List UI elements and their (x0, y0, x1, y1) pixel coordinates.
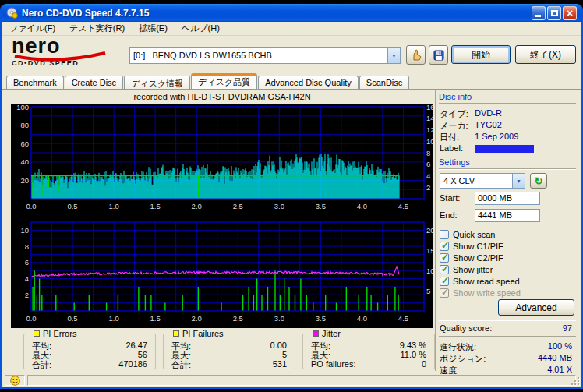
show-c2-pif-checkbox[interactable] (440, 253, 449, 263)
speed-select[interactable]: 4 X CLV ▼ (440, 173, 525, 189)
statbox-title-text: PI Errors (43, 329, 76, 338)
checkbox-label: Show write speed (453, 288, 521, 298)
window-title: Nero CD-DVD Speed 4.7.7.15 (22, 8, 530, 19)
stat-row: PO failures: 0 (311, 359, 426, 369)
save-results-button[interactable] (429, 45, 448, 65)
checkbox-label: Show read speed (453, 277, 520, 286)
app-icon (6, 7, 18, 19)
menu-item-help[interactable]: ヘルプ(H) (175, 22, 227, 36)
tab-benchmark[interactable]: Benchmark (6, 76, 64, 89)
chevron-down-icon[interactable]: ▼ (387, 48, 400, 63)
exit-button-label: 終了(X) (530, 48, 561, 62)
end-field[interactable]: 4441 MB (475, 209, 540, 222)
close-button[interactable]: × (563, 6, 577, 20)
menu-item-run-test[interactable]: テスト実行(R) (62, 22, 132, 36)
legend-square-icon (34, 330, 40, 337)
checkbox-label: Show C2/PIF (453, 253, 504, 263)
tab-disc-quality[interactable]: ディスク品質 (191, 73, 257, 89)
tab-disc-info[interactable]: ディスク情報 (124, 76, 190, 89)
svg-text:3.5: 3.5 (316, 314, 326, 323)
resize-grip[interactable] (570, 376, 579, 385)
svg-text:8: 8 (426, 149, 430, 157)
speed-value: 4.01 X (547, 365, 572, 374)
show-read-speed-checkbox[interactable] (440, 277, 449, 286)
charts-svg: 100806040201614121086420.00.51.01.52.02.… (11, 104, 433, 328)
quick-scan-checkbox[interactable] (440, 230, 449, 239)
pi-failures-title: PI Failures (170, 329, 227, 338)
svg-text:0.5: 0.5 (67, 314, 77, 323)
disc-date-label: 日付: (440, 132, 459, 143)
advanced-button[interactable]: Advanced (498, 299, 574, 316)
menu-item-extra[interactable]: 拡張(E) (132, 22, 175, 36)
stat-value: 26.47 (125, 341, 147, 350)
hand-icon (410, 49, 422, 62)
tabbar: Benchmark Create Disc ディスク情報 ディスク品質 Adva… (2, 73, 581, 89)
titlebar: Nero CD-DVD Speed 4.7.7.15 × (2, 4, 581, 22)
drive-select[interactable]: [0:] BENQ DVD LS DW1655 BCHB ▼ (129, 47, 401, 64)
chart-title: recorded with HL-DT-ST DVDRAM GSA-H42N (11, 92, 433, 101)
start-button[interactable]: 開始 (451, 45, 511, 64)
app-window: Nero CD-DVD Speed 4.7.7.15 × ファイル(F) テスト… (0, 4, 583, 389)
close-icon: × (567, 8, 573, 19)
svg-text:14: 14 (426, 114, 433, 122)
svg-text:40: 40 (20, 157, 29, 166)
stat-value: 5 (282, 350, 287, 359)
tab-advanced-disc-quality[interactable]: Advanced Disc Quality (258, 76, 359, 89)
drive-select-value: [0:] BENQ DVD LS DW1655 BCHB (130, 51, 387, 60)
divider (439, 103, 576, 104)
svg-text:4.0: 4.0 (357, 314, 367, 323)
disc-date-value: 1 Sep 2009 (475, 132, 518, 141)
speed-row: 4 X CLV ▼ ↻ (439, 173, 576, 189)
disc-label-label: Label: (440, 143, 463, 153)
sidebar-divider (435, 90, 436, 371)
toolbar: nero CD•DVD SPEED [0:] BENQ DVD LS DW165… (2, 36, 581, 73)
checkbox-row: Show C2/PIF (440, 253, 504, 263)
tab-scandisc[interactable]: ScanDisc (359, 76, 409, 89)
maximize-button[interactable] (547, 6, 561, 20)
minimize-button[interactable] (532, 6, 546, 20)
chevron-down-icon[interactable]: ▼ (512, 174, 525, 188)
stat-row: 合計: 531 (171, 359, 287, 371)
svg-text:4: 4 (25, 274, 29, 283)
progress-label: 進行状況: (440, 341, 476, 353)
svg-text:8: 8 (25, 242, 29, 251)
stat-value: 0 (422, 359, 426, 369)
svg-text:0.5: 0.5 (67, 202, 77, 210)
svg-text:2.0: 2.0 (192, 202, 202, 210)
refresh-button[interactable]: ↻ (530, 173, 547, 189)
hand-tool-button[interactable] (406, 45, 426, 65)
show-jitter-checkbox[interactable] (440, 265, 449, 274)
svg-text:3.0: 3.0 (274, 202, 284, 210)
divider (439, 336, 576, 337)
checkbox-label: Show C1/PIE (453, 242, 504, 251)
show-c1-pie-checkbox[interactable] (440, 242, 449, 251)
disc-maker-label: メーカ: (440, 120, 468, 132)
start-field[interactable]: 0000 MB (475, 192, 540, 205)
start-button-label: 開始 (472, 48, 490, 62)
end-field-label: End: (440, 210, 458, 220)
svg-text:4.0: 4.0 (357, 202, 367, 210)
quality-score-value: 97 (563, 323, 572, 333)
desktop: Nero CD-DVD Speed 4.7.7.15 × ファイル(F) テスト… (0, 0, 583, 392)
statbox-title-text: PI Failures (182, 329, 224, 338)
nero-logo: nero CD•DVD SPEED (12, 36, 125, 67)
checkbox-row: Quick scan (440, 229, 495, 240)
svg-text:15: 15 (426, 246, 433, 255)
sidebar: Disc info タイプ: DVD-R メーカ: TYG02 日付: 1 Se… (439, 92, 576, 376)
svg-text:1.5: 1.5 (150, 202, 161, 210)
stat-label: PO failures: (311, 359, 355, 369)
checkbox-row: Show C1/PIE (440, 241, 504, 252)
checkbox-row: Show jitter (440, 264, 493, 275)
checkbox-row: Show write speed (440, 288, 521, 298)
start-field-label: Start: (440, 193, 460, 203)
exit-button[interactable]: 終了(X) (515, 45, 576, 64)
checkbox-row: Show read speed (440, 276, 520, 287)
stat-label: 合計: (32, 360, 51, 369)
stat-row: 合計: 470186 (32, 359, 147, 371)
svg-text:6: 6 (25, 258, 29, 267)
svg-text:10: 10 (20, 226, 29, 235)
stat-value: 531 (273, 359, 287, 369)
tab-create-disc[interactable]: Create Disc (65, 76, 123, 89)
svg-text:2.5: 2.5 (233, 202, 243, 210)
maximize-icon (551, 10, 558, 16)
